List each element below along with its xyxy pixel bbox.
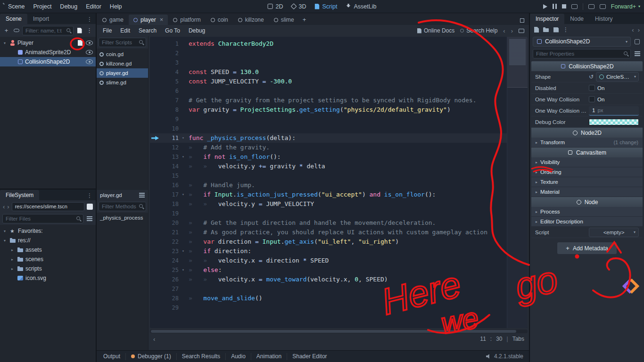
menu-file[interactable]: File <box>99 26 116 35</box>
code-line-20[interactable]: 20» # Get the input direction and handle… <box>150 218 507 228</box>
group-material[interactable]: ▸Material <box>531 187 643 197</box>
code-line-16[interactable]: 16» # Handle jump. <box>150 181 507 190</box>
code-line-25[interactable]: 25▾» else: <box>150 265 507 275</box>
visibility-eye-icon[interactable] <box>86 59 93 64</box>
property-value[interactable]: ↺CircleShape2D▾ <box>589 72 639 82</box>
code-line-22[interactable]: 22» var direction = Input.get_axis("ui_l… <box>150 237 507 247</box>
new-script-tab-button[interactable]: + <box>299 14 310 25</box>
script-tab-game[interactable]: game <box>98 15 128 25</box>
history-back-icon[interactable]: ‹ <box>3 203 5 210</box>
file-filter-input[interactable] <box>6 216 74 222</box>
expander-icon[interactable]: ▸ <box>9 248 15 252</box>
fs-item-scenes[interactable]: ▸scenes <box>0 255 96 264</box>
code-line-26[interactable]: 26» » velocity.x = move_toward(velocity.… <box>150 275 507 284</box>
group-ordering[interactable]: ▸Ordering <box>531 167 643 177</box>
distraction-free-icon[interactable] <box>520 18 524 23</box>
history-back-icon[interactable]: ‹ <box>632 26 634 33</box>
property-value[interactable]: On <box>589 96 639 102</box>
script-tab-killzone[interactable]: killzone <box>233 15 269 25</box>
code-line-5[interactable]: 5const JUMP_VELOCITY = -300.0 <box>150 77 507 86</box>
indent-mode[interactable]: Tabs <box>512 336 524 342</box>
code-line-3[interactable]: 3 <box>150 58 507 67</box>
code-line-27[interactable]: 27 <box>150 284 507 294</box>
expander-icon[interactable]: ▾ <box>2 229 8 233</box>
minimap[interactable] <box>507 37 528 328</box>
menu-help[interactable]: Help <box>106 1 126 12</box>
fs-item-favorites[interactable]: ▾Favorites: <box>0 226 96 236</box>
remote-debug-icon[interactable] <box>588 4 594 9</box>
renderer-select[interactable]: Forward+▾ <box>611 3 640 10</box>
code-line-1[interactable]: 1extends CharacterBody2D <box>150 39 507 49</box>
script-back-icon[interactable]: ‹ <box>503 27 505 34</box>
fs-item-icon-svg[interactable]: icon.svg <box>0 273 96 283</box>
mode-script[interactable]: Script <box>315 3 338 10</box>
script-item-slime-gd[interactable]: slime.gd <box>97 78 148 87</box>
horizontal-scrollbar[interactable] <box>150 329 528 333</box>
scene-node-collisionshape2d[interactable]: CollisionShape2D <box>0 57 96 66</box>
expander-icon[interactable]: ▾ <box>2 41 8 45</box>
fs-item-assets[interactable]: ▸assets <box>0 245 96 255</box>
bottom-tab-shader-editor[interactable]: Shader Editor <box>287 353 332 360</box>
menu-debug[interactable]: Debug <box>56 1 82 12</box>
bottom-tab-animation[interactable]: Animation <box>251 353 287 360</box>
visibility-eye-icon[interactable] <box>86 50 93 55</box>
new-resource-icon[interactable] <box>534 27 539 33</box>
movie-maker-icon[interactable] <box>571 4 578 9</box>
script-tab-platform[interactable]: platform <box>168 15 205 25</box>
deploy-icon[interactable] <box>600 4 606 9</box>
mode-2d[interactable]: 2D <box>268 3 283 10</box>
code-line-23[interactable]: 23▾» if direction: <box>150 247 507 256</box>
code-line-13[interactable]: 13▾» if not is_on_floor(): <box>150 152 507 162</box>
fs-item-res[interactable]: ▾res:// <box>0 236 96 245</box>
number-field[interactable]: 1px <box>589 106 639 115</box>
code-line-14[interactable]: 14» » velocity.y += gravity * delta <box>150 162 507 171</box>
methods-filter-input[interactable] <box>102 204 137 209</box>
method-item-physics-process[interactable]: _physics_process <box>97 214 148 222</box>
menu-edit[interactable]: Edit <box>116 26 134 35</box>
script-forward-icon[interactable]: › <box>511 27 513 34</box>
property-name-style-icon[interactable] <box>633 49 641 58</box>
scene-tree-menu-icon[interactable]: ⋮ <box>85 26 93 35</box>
color-swatch[interactable] <box>589 119 639 125</box>
menu-project[interactable]: Project <box>29 1 56 12</box>
stop-button-icon[interactable] <box>562 4 566 8</box>
edited-node-select[interactable]: CollisionShape2D ▾ <box>533 37 631 47</box>
online-docs-button[interactable]: Online Docs <box>417 27 454 34</box>
script-item-coin-gd[interactable]: coin.gd <box>97 49 148 59</box>
sort-methods-icon[interactable] <box>139 195 145 196</box>
fold-icon[interactable]: ▾ <box>182 152 189 162</box>
play-button-icon[interactable] <box>543 4 547 9</box>
make-floating-icon[interactable] <box>519 29 524 33</box>
dock-menu-icon[interactable]: ⋮ <box>83 192 96 200</box>
history-forward-icon[interactable]: › <box>638 26 640 33</box>
menu-editor[interactable]: Editor <box>82 1 106 12</box>
mode-assetlib[interactable]: AssetLib <box>346 3 376 10</box>
add-metadata-button[interactable]: +Add Metadata <box>557 242 616 254</box>
sort-files-icon[interactable] <box>85 214 93 223</box>
mode-3d[interactable]: 3D <box>292 3 306 10</box>
instance-scene-icon[interactable] <box>12 26 20 35</box>
code-line-29[interactable]: 29 <box>150 303 507 313</box>
node-tools-icon[interactable] <box>633 37 641 46</box>
menu-scene[interactable]: Scene <box>4 1 29 12</box>
code-line-28[interactable]: 28» move_and_slide() <box>150 294 507 303</box>
property-value[interactable] <box>589 119 639 125</box>
revert-icon[interactable]: ↺ <box>589 74 594 80</box>
code-line-11[interactable]: 11▾func _physics_process(delta): <box>150 133 507 143</box>
fold-icon[interactable]: ▾ <box>182 190 189 199</box>
pause-button-icon[interactable] <box>553 4 557 9</box>
code-line-24[interactable]: 24» » velocity.x = direction * SPEED <box>150 256 507 265</box>
history-forward-icon[interactable]: › <box>7 203 9 210</box>
fold-icon[interactable]: ▾ <box>182 247 189 256</box>
code-line-19[interactable]: 19 <box>150 209 507 218</box>
script-tab-coin[interactable]: coin <box>206 15 233 25</box>
toggle-scripts-panel-icon[interactable]: ‹ <box>153 336 155 343</box>
scrollbar-handle[interactable] <box>151 330 516 333</box>
tab-node[interactable]: Node <box>564 14 589 24</box>
code-line-10[interactable]: 10 <box>150 124 507 133</box>
tab-filesystem[interactable]: FileSystem <box>0 190 39 200</box>
expander-icon[interactable]: ▸ <box>9 257 15 262</box>
save-resource-icon[interactable] <box>553 27 559 33</box>
menu-search[interactable]: Search <box>134 26 161 35</box>
code-line-12[interactable]: 12» # Add the gravity. <box>150 143 507 152</box>
